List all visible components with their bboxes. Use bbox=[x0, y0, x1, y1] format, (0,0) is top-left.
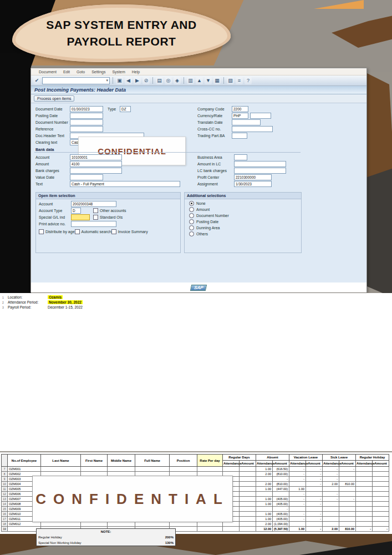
cross-cc-field[interactable] bbox=[232, 126, 273, 132]
payroll-value-cell bbox=[240, 487, 256, 492]
row-number: 2 bbox=[2, 301, 8, 304]
special-gl-field[interactable] bbox=[71, 214, 90, 220]
assignment-field[interactable]: 1/30/2023 bbox=[234, 181, 272, 187]
payroll-value-cell: 2.00 bbox=[323, 482, 339, 487]
trading-part-field[interactable] bbox=[232, 133, 247, 139]
radio-others[interactable]: Others bbox=[189, 231, 229, 237]
checkbox-distribute-by-age[interactable]: Distribute by age bbox=[39, 229, 75, 235]
profit-center-field[interactable]: 2210300000 bbox=[234, 174, 272, 180]
payroll-value-cell: - bbox=[323, 467, 339, 472]
other-accounts-checkbox[interactable]: Other accounts bbox=[93, 208, 126, 213]
payroll-value-cell bbox=[323, 507, 339, 512]
oi-account-field[interactable]: 2002000348 bbox=[71, 201, 116, 207]
back-icon[interactable]: ◀ bbox=[125, 77, 132, 84]
payroll-row: 7OZM0011.00(616.50)---- bbox=[2, 467, 389, 472]
print-advice-field[interactable] bbox=[71, 221, 116, 227]
radio-amount[interactable]: Amount bbox=[189, 206, 229, 213]
translation-date-field[interactable] bbox=[232, 119, 261, 125]
payroll-value-cell: - bbox=[289, 492, 306, 497]
note-regular-holiday-label: Regular Holiday bbox=[38, 536, 62, 539]
payroll-header: First Name bbox=[81, 455, 108, 467]
note-title: NOTE: bbox=[101, 530, 111, 533]
lc-bank-charges-field[interactable] bbox=[234, 168, 286, 174]
row-number: 18 bbox=[2, 522, 8, 527]
payroll-value-cell bbox=[356, 497, 373, 502]
bank-text-field[interactable]: Cash - Full Payment bbox=[70, 181, 180, 187]
document-date-field[interactable]: 01/30/2023 bbox=[70, 106, 103, 112]
payroll-subheader: Attendance bbox=[323, 461, 339, 467]
radio-none[interactable]: None bbox=[189, 200, 229, 206]
payroll-value-cell: (616.50) bbox=[273, 467, 289, 472]
payroll-value-cell bbox=[339, 507, 356, 512]
bank-account-field[interactable]: 10100001 bbox=[70, 154, 122, 160]
payroll-value-cell: (405.00) bbox=[273, 497, 289, 502]
next-page-icon[interactable]: ▼ bbox=[205, 77, 212, 84]
bank-amount-field[interactable]: 4100 bbox=[70, 161, 122, 167]
payroll-value-cell: (1,094.00) bbox=[273, 522, 289, 527]
document-number-field[interactable] bbox=[70, 119, 103, 125]
cancel-icon[interactable]: ⊘ bbox=[142, 77, 150, 84]
reference-field[interactable] bbox=[70, 126, 103, 132]
menu-item-edit[interactable]: Edit bbox=[63, 70, 70, 74]
checkbox-automatic-search[interactable]: Automatic search bbox=[75, 229, 111, 235]
new-session-icon[interactable]: ▧ bbox=[227, 77, 234, 84]
process-open-items-button[interactable]: Process open items bbox=[34, 95, 74, 102]
activate-line2: Go to Settings to activate Windows. bbox=[330, 440, 379, 444]
type-field[interactable]: DZ bbox=[120, 106, 131, 112]
note-special-holiday-label: Special Non Working Holiday bbox=[38, 541, 82, 544]
payroll-value-cell: - bbox=[323, 477, 339, 482]
value-date-field[interactable] bbox=[70, 174, 103, 180]
open-item-checkbox-list: Distribute by ageAutomatic searchInvoice… bbox=[39, 229, 148, 235]
payroll-value-cell bbox=[306, 522, 323, 527]
last-page-icon[interactable]: ▦ bbox=[213, 77, 221, 84]
payroll-value-cell: - bbox=[289, 512, 306, 517]
print-icon[interactable]: ▤ bbox=[156, 77, 163, 84]
menu-item-goto[interactable]: Goto bbox=[77, 70, 85, 74]
save-icon[interactable]: ▣ bbox=[116, 77, 123, 84]
posting-date-field[interactable] bbox=[70, 113, 103, 119]
payroll-value-cell: - bbox=[339, 497, 356, 502]
radio-posting-date[interactable]: Posting Date bbox=[189, 219, 229, 225]
checkbox-icon bbox=[75, 229, 80, 234]
business-area-field[interactable] bbox=[234, 154, 247, 160]
find-icon[interactable]: ◎ bbox=[165, 77, 172, 84]
shortcut-icon[interactable]: ≡ bbox=[236, 77, 243, 84]
corner-cell bbox=[2, 455, 8, 467]
forward-icon[interactable]: ▶ bbox=[134, 77, 141, 84]
find-next-icon[interactable]: ◈ bbox=[174, 77, 181, 84]
account-type-field[interactable]: D bbox=[71, 208, 81, 214]
payroll-subheader: Amount bbox=[339, 461, 356, 467]
payroll-value-cell: - bbox=[306, 517, 323, 522]
payroll-value-cell bbox=[373, 507, 389, 512]
help-icon[interactable]: ? bbox=[245, 77, 252, 84]
payroll-subheader: Amount bbox=[373, 461, 389, 467]
first-page-icon[interactable]: ▥ bbox=[187, 77, 194, 84]
menu-item-system[interactable]: System bbox=[112, 70, 125, 74]
payroll-value-cell bbox=[323, 502, 339, 507]
command-field[interactable]: ▾ bbox=[42, 77, 110, 84]
payroll-header: Rate Per day bbox=[197, 455, 223, 467]
menu-item-help[interactable]: Help bbox=[132, 70, 140, 74]
posting-date-label: Posting Date bbox=[35, 114, 70, 118]
prev-page-icon[interactable]: ▲ bbox=[196, 77, 203, 84]
bank-charges-field[interactable] bbox=[70, 168, 122, 174]
currency-field[interactable]: PHP bbox=[232, 113, 248, 119]
amount-lc-field[interactable] bbox=[234, 161, 286, 167]
radio-dunning-area[interactable]: Dunning Area bbox=[189, 225, 229, 231]
enter-icon[interactable]: ✔ bbox=[33, 77, 40, 84]
rate-field[interactable] bbox=[250, 113, 271, 119]
company-code-field[interactable]: 2200 bbox=[232, 106, 248, 112]
doc-header-text-label: Doc.Header Text bbox=[35, 134, 70, 138]
checkbox-icon bbox=[93, 215, 98, 220]
payroll-value-cell bbox=[289, 507, 306, 512]
payroll-value-cell: - bbox=[289, 502, 306, 507]
radio-document-number[interactable]: Document Number bbox=[189, 213, 229, 219]
row-number: 16 bbox=[2, 512, 8, 517]
menu-item-settings[interactable]: Settings bbox=[91, 70, 105, 74]
row-number: 14 bbox=[2, 502, 8, 507]
checkbox-invoice-summary[interactable]: Invoice Summary bbox=[111, 229, 148, 235]
checkbox-label: Distribute by age bbox=[45, 230, 75, 234]
standard-oi-checkbox[interactable]: Standard OIs bbox=[93, 215, 123, 220]
menu-item-document[interactable]: Document bbox=[39, 70, 57, 74]
sap-window: DocumentEditGotoSettingsSystemHelp ✔▾▣◀▶… bbox=[30, 68, 367, 292]
